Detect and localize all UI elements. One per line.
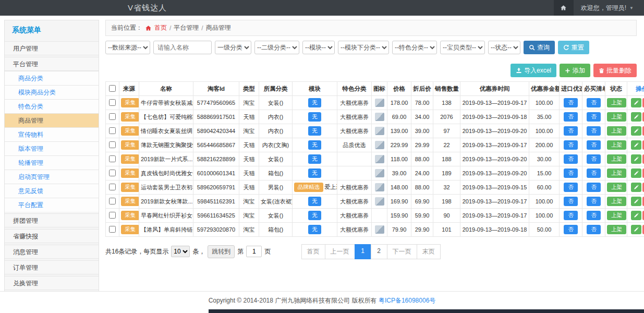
add-button[interactable]: 添加 <box>560 64 590 77</box>
module-badge[interactable]: 无 <box>308 112 321 121</box>
must-buy-toggle[interactable]: 否 <box>587 154 601 163</box>
filter-select-data-source[interactable]: --数据来源-- <box>105 41 150 54</box>
imported-toggle[interactable]: 否 <box>564 225 578 234</box>
module-badge[interactable]: 无 <box>308 154 321 163</box>
edit-button[interactable] <box>631 168 641 178</box>
name-search-input[interactable] <box>153 41 212 54</box>
batch-delete-button[interactable]: 批量删除 <box>593 64 637 77</box>
imported-toggle[interactable]: 否 <box>564 211 578 220</box>
must-buy-toggle[interactable]: 否 <box>587 183 601 191</box>
status-button[interactable]: 上架 <box>607 126 626 135</box>
imported-toggle[interactable]: 否 <box>564 126 578 135</box>
module-badge[interactable]: 无 <box>308 140 321 149</box>
breadcrumb-home-link[interactable]: 首页 <box>154 23 167 32</box>
must-buy-toggle[interactable]: 否 <box>587 126 601 135</box>
sidebar-item[interactable]: 平台管理 <box>5 57 99 71</box>
query-button[interactable]: 查询 <box>524 41 555 54</box>
row-checkbox[interactable] <box>109 127 116 134</box>
import-excel-button[interactable]: 导入excel <box>511 64 556 77</box>
imported-toggle[interactable]: 否 <box>564 197 578 206</box>
imported-toggle[interactable]: 否 <box>564 98 578 107</box>
page-input[interactable] <box>246 246 262 257</box>
imported-toggle[interactable]: 否 <box>564 140 578 149</box>
icp-link[interactable]: 粤ICP备16098006号 <box>379 297 435 304</box>
must-buy-toggle[interactable]: 否 <box>587 98 601 107</box>
sidebar-item[interactable]: 兑换管理 <box>5 276 99 290</box>
row-checkbox[interactable] <box>109 198 116 204</box>
edit-button[interactable] <box>631 225 641 234</box>
sidebar-item[interactable]: 省赚快报 <box>5 229 99 243</box>
imported-toggle[interactable]: 否 <box>564 154 578 163</box>
status-button[interactable]: 上架 <box>607 98 626 107</box>
edit-button[interactable] <box>631 211 641 220</box>
filter-select-level1-category[interactable]: 一级分类 <box>215 41 251 54</box>
sidebar-item[interactable]: 用户管理 <box>5 41 99 55</box>
sidebar-item[interactable]: 宣传物料 <box>5 127 99 141</box>
reset-button[interactable]: 重置 <box>558 41 589 54</box>
status-button[interactable]: 上架 <box>607 225 626 234</box>
filter-select-feature-category[interactable]: --特色分类-- <box>392 41 437 54</box>
filter-select-item-type[interactable]: --宝贝类型-- <box>440 41 485 54</box>
row-checkbox[interactable] <box>109 170 116 176</box>
sidebar-item[interactable]: 轮播管理 <box>5 155 99 170</box>
sidebar-item[interactable]: 意见反馈 <box>5 184 99 198</box>
status-button[interactable]: 上架 <box>607 154 626 163</box>
sidebar-item[interactable]: 模块商品分类 <box>5 85 99 99</box>
delete-button[interactable] <box>642 183 644 192</box>
imported-toggle[interactable]: 否 <box>564 183 578 191</box>
page-button[interactable]: 1 <box>355 244 371 259</box>
status-button[interactable]: 上架 <box>607 183 626 191</box>
filter-select-module[interactable]: --模块-- <box>302 41 335 54</box>
sidebar-item[interactable]: 启动页管理 <box>5 170 99 184</box>
delete-button[interactable] <box>642 140 644 150</box>
sidebar-item[interactable]: 版本管理 <box>5 141 99 155</box>
module-badge[interactable]: 无 <box>308 98 321 107</box>
row-checkbox[interactable] <box>109 184 116 190</box>
page-button[interactable]: 首页 <box>301 244 325 259</box>
row-checkbox[interactable] <box>109 141 116 148</box>
status-button[interactable]: 上架 <box>607 112 626 121</box>
delete-button[interactable] <box>642 168 644 178</box>
row-checkbox[interactable] <box>109 155 116 162</box>
per-page-select[interactable]: 10 <box>171 246 190 257</box>
status-button[interactable]: 上架 <box>607 140 626 149</box>
edit-button[interactable] <box>631 140 641 150</box>
delete-button[interactable] <box>642 98 644 107</box>
edit-button[interactable] <box>631 112 641 122</box>
page-button[interactable]: 末页 <box>417 244 441 259</box>
module-badge[interactable]: 无 <box>308 225 321 234</box>
edit-button[interactable] <box>631 98 641 107</box>
delete-button[interactable] <box>642 112 644 122</box>
imported-toggle[interactable]: 否 <box>564 112 578 121</box>
filter-select-module-subcategory[interactable]: --模块下分类-- <box>338 41 389 54</box>
select-all-checkbox[interactable] <box>109 85 116 92</box>
status-button[interactable]: 上架 <box>607 197 626 206</box>
sidebar-item[interactable]: 商品分类 <box>5 71 99 85</box>
delete-button[interactable] <box>642 154 644 164</box>
row-checkbox[interactable] <box>109 226 116 233</box>
delete-button[interactable] <box>642 126 644 136</box>
must-buy-toggle[interactable]: 否 <box>587 211 601 220</box>
filter-select-level2-category[interactable]: --二级分类-- <box>254 41 299 54</box>
status-button[interactable]: 上架 <box>607 168 626 177</box>
sidebar-item[interactable]: 拼团管理 <box>5 213 99 227</box>
delete-button[interactable] <box>642 225 644 234</box>
jump-button[interactable]: 跳转到 <box>208 245 235 258</box>
must-buy-toggle[interactable]: 否 <box>587 168 601 177</box>
module-badge[interactable]: 品牌精选 <box>294 183 323 191</box>
delete-button[interactable] <box>642 197 644 206</box>
filter-select-status[interactable]: --状态-- <box>488 41 520 54</box>
must-buy-toggle[interactable]: 否 <box>587 225 601 234</box>
must-buy-toggle[interactable]: 否 <box>587 197 601 206</box>
sidebar-item[interactable]: 订单管理 <box>5 260 99 274</box>
row-checkbox[interactable] <box>109 113 116 120</box>
row-checkbox[interactable] <box>109 212 116 219</box>
sidebar-item[interactable]: 消息管理 <box>5 245 99 259</box>
edit-button[interactable] <box>631 183 641 192</box>
edit-button[interactable] <box>631 154 641 164</box>
sidebar-item[interactable]: 平台配置 <box>5 198 99 212</box>
edit-button[interactable] <box>631 126 641 136</box>
module-badge[interactable]: 无 <box>308 126 321 135</box>
must-buy-toggle[interactable]: 否 <box>587 112 601 121</box>
sidebar-item[interactable]: 特色分类 <box>5 99 99 113</box>
